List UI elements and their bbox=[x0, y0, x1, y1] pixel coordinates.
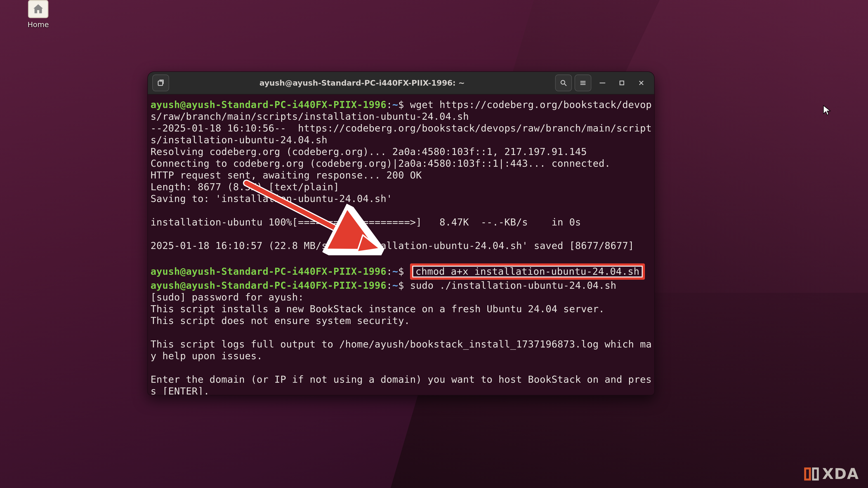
svg-line-4 bbox=[564, 84, 566, 86]
output-line: Resolving codeberg.org (codeberg.org)...… bbox=[151, 146, 587, 157]
desktop-icon-home[interactable]: Home bbox=[20, 0, 56, 29]
output-progress: installation-ubuntu 100%[===============… bbox=[151, 217, 581, 228]
output-line: Length: 8677 (8.5K) [text/plain] bbox=[151, 182, 339, 193]
minimize-button[interactable]: ─ bbox=[594, 74, 611, 91]
prompt-user: ayush@ayush-Standard-PC-i440FX-PIIX-1996 bbox=[151, 280, 386, 291]
watermark-text: XDA bbox=[822, 465, 859, 483]
mouse-cursor-icon bbox=[823, 105, 831, 117]
xda-logo-icon bbox=[804, 466, 819, 482]
prompt-path: ~ bbox=[393, 280, 398, 291]
prompt-user: ayush@ayush-Standard-PC-i440FX-PIIX-1996 bbox=[151, 266, 386, 277]
close-button[interactable] bbox=[633, 74, 650, 91]
new-tab-button[interactable] bbox=[152, 74, 169, 91]
output-line: This script does not ensure system secur… bbox=[151, 315, 410, 326]
terminal-body[interactable]: ayush@ayush-Standard-PC-i440FX-PIIX-1996… bbox=[148, 94, 654, 395]
output-line: HTTP request sent, awaiting response... … bbox=[151, 170, 422, 181]
search-button[interactable] bbox=[555, 74, 572, 91]
output-line: Saving to: 'installation-ubuntu-24.04.sh… bbox=[151, 193, 393, 204]
output-line: [sudo] password for ayush: bbox=[151, 292, 304, 303]
hamburger-menu-button[interactable] bbox=[575, 74, 591, 91]
highlighted-command-chmod: chmod a+x installation-ubuntu-24.04.sh bbox=[410, 263, 645, 280]
prompt-path: ~ bbox=[393, 266, 398, 277]
svg-rect-0 bbox=[158, 81, 163, 86]
desktop-icon-label: Home bbox=[20, 20, 56, 29]
watermark: XDA bbox=[804, 465, 859, 483]
output-line: Enter the domain (or IP if not using a d… bbox=[151, 374, 652, 395]
svg-rect-13 bbox=[805, 468, 810, 480]
output-line: --2025-01-18 16:10:56-- https://codeberg… bbox=[151, 123, 652, 145]
maximize-button[interactable] bbox=[614, 74, 630, 91]
output-line: Connecting to codeberg.org (codeberg.org… bbox=[151, 158, 611, 169]
command-sudo: sudo ./installation-ubuntu-24.04.sh bbox=[410, 280, 616, 291]
prompt-user: ayush@ayush-Standard-PC-i440FX-PIIX-1996 bbox=[151, 99, 386, 110]
output-line: This script logs full output to /home/ay… bbox=[151, 339, 652, 361]
prompt-path: ~ bbox=[393, 99, 398, 110]
svg-rect-8 bbox=[620, 81, 624, 85]
terminal-window: ayush@ayush-Standard-PC-i440FX-PIIX-1996… bbox=[147, 71, 655, 395]
svg-rect-14 bbox=[813, 468, 818, 480]
home-icon bbox=[28, 0, 49, 18]
output-line: This script installs a new BookStack ins… bbox=[151, 303, 604, 315]
svg-point-3 bbox=[561, 80, 565, 84]
titlebar[interactable]: ayush@ayush-Standard-PC-i440FX-PIIX-1996… bbox=[148, 72, 654, 94]
output-line: 2025-01-18 16:10:57 (22.8 MB/s) - 'insta… bbox=[151, 240, 634, 251]
window-title: ayush@ayush-Standard-PC-i440FX-PIIX-1996… bbox=[169, 78, 555, 88]
